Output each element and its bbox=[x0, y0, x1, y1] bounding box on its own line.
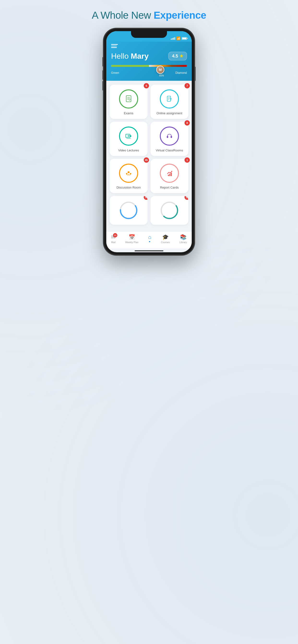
app-header: Hello Mary 4.5 ★ M 65% Green bbox=[106, 42, 192, 81]
card-report-cards[interactable]: 1 Report Cards bbox=[151, 159, 188, 193]
discussion-icon bbox=[124, 168, 133, 178]
label-online-assignment: Online assignment bbox=[157, 112, 182, 115]
icon-discussion-room bbox=[119, 164, 138, 183]
progress-track bbox=[111, 65, 187, 67]
svg-point-17 bbox=[128, 171, 129, 173]
greeting-text: Hello Mary bbox=[111, 52, 149, 60]
nav-label-courses: Courses bbox=[161, 241, 170, 244]
nav-label-mail: Mail bbox=[111, 241, 115, 244]
calendar-icon: 📅 bbox=[129, 234, 135, 240]
card-discussion-room[interactable]: 45 Discussion Room bbox=[110, 159, 147, 193]
video-icon bbox=[124, 131, 133, 141]
home-icon: ⌂ bbox=[148, 234, 151, 240]
badge-report-cards: 1 bbox=[185, 158, 190, 163]
icon-online-assignment bbox=[160, 89, 179, 108]
svg-rect-22 bbox=[168, 175, 169, 176]
phone-screen: 📶 Hello Mary 4.5 ★ bbox=[106, 31, 192, 252]
nav-mail[interactable]: ✉ 11 Mail bbox=[111, 234, 115, 244]
svg-marker-11 bbox=[130, 135, 131, 137]
svg-rect-0 bbox=[126, 96, 131, 102]
card-grid-row1: 6 Exams 7 bbox=[110, 84, 188, 119]
badge-exams: 6 bbox=[144, 83, 149, 88]
svg-point-18 bbox=[126, 173, 127, 174]
progress-label-right: Diamond bbox=[175, 71, 187, 74]
home-indicator bbox=[135, 250, 163, 251]
exam-icon bbox=[124, 94, 133, 104]
report-icon bbox=[165, 168, 174, 178]
card-grid-row3: 45 Discussion Room bbox=[110, 159, 188, 193]
card-online-assignment[interactable]: 7 Online assignment bbox=[151, 84, 188, 119]
nav-library[interactable]: 📚 Library bbox=[180, 234, 187, 244]
icon-virtual-classrooms bbox=[160, 126, 179, 146]
icon-video-lectures bbox=[119, 126, 138, 146]
label-report-cards: Report Cards bbox=[160, 186, 179, 189]
home-active-dot bbox=[149, 241, 150, 242]
svg-rect-16 bbox=[171, 136, 172, 138]
badge-partial-2: 13 bbox=[185, 196, 188, 200]
progress-container: M 65% Green Diamond bbox=[111, 65, 187, 74]
nav-courses[interactable]: 🎓 Courses bbox=[161, 234, 170, 244]
card-exams[interactable]: 6 Exams bbox=[110, 84, 147, 119]
phone-frame: 📶 Hello Mary 4.5 ★ bbox=[103, 28, 195, 255]
rating-badge: 4.5 ★ bbox=[169, 52, 187, 60]
svg-rect-4 bbox=[167, 96, 171, 101]
badge-partial-1: 31 bbox=[144, 196, 147, 200]
avatar: M bbox=[156, 66, 164, 74]
status-icons: 📶 bbox=[171, 36, 187, 40]
svg-point-14 bbox=[128, 136, 129, 136]
progress-thumb: M 65% bbox=[156, 66, 164, 74]
svg-point-25 bbox=[171, 171, 172, 172]
badge-discussion-room: 45 bbox=[144, 158, 149, 163]
signal-bars-icon bbox=[171, 37, 175, 40]
greeting-row: Hello Mary 4.5 ★ bbox=[111, 52, 187, 60]
progress-label-left: Green bbox=[111, 71, 119, 74]
partial-icon-1 bbox=[119, 201, 138, 220]
card-video-lectures[interactable]: Video Lectures bbox=[110, 122, 147, 156]
svg-rect-24 bbox=[171, 173, 172, 176]
bottom-nav: ✉ 11 Mail 📅 Weekly Plan ⌂ 🎓 Courses 📚 Li… bbox=[106, 232, 192, 248]
nav-home[interactable]: ⌂ bbox=[148, 234, 151, 244]
page-title: A Whole New Experience bbox=[92, 10, 206, 21]
label-exams: Exams bbox=[124, 112, 133, 115]
menu-button[interactable] bbox=[111, 44, 187, 48]
partial-icon-2 bbox=[160, 201, 179, 220]
library-icon: 📚 bbox=[180, 234, 186, 240]
card-virtual-classrooms[interactable]: 8 Virtual ClassRooms bbox=[151, 122, 188, 156]
progress-percent: 65% bbox=[159, 74, 164, 77]
notch bbox=[131, 31, 167, 38]
star-icon: ★ bbox=[180, 54, 183, 59]
card-partial-1[interactable]: 31 bbox=[110, 196, 147, 225]
svg-point-19 bbox=[130, 173, 131, 174]
badge-online-assignment: 7 bbox=[185, 83, 190, 88]
icon-report-cards bbox=[160, 164, 179, 183]
main-content: 6 Exams 7 bbox=[106, 81, 192, 232]
headphone-icon bbox=[165, 131, 174, 141]
svg-rect-15 bbox=[167, 136, 168, 138]
nav-label-library: Library bbox=[180, 241, 187, 244]
svg-line-20 bbox=[127, 174, 127, 175]
svg-line-21 bbox=[130, 174, 130, 175]
progress-labels: Green Diamond bbox=[111, 71, 187, 74]
card-partial-2[interactable]: 13 bbox=[151, 196, 188, 225]
courses-icon: 🎓 bbox=[162, 234, 169, 240]
icon-exams bbox=[119, 89, 138, 108]
nav-label-weekly-plan: Weekly Plan bbox=[125, 241, 138, 244]
nav-badge-mail: 11 bbox=[113, 233, 117, 238]
card-grid-row2: Video Lectures 8 Virtual ClassRooms bbox=[110, 122, 188, 156]
progress-fill bbox=[111, 65, 187, 67]
label-video-lectures: Video Lectures bbox=[118, 148, 139, 152]
wifi-icon: 📶 bbox=[176, 36, 181, 40]
badge-virtual-classrooms: 8 bbox=[185, 120, 190, 126]
card-grid-row4: 31 13 bbox=[110, 196, 188, 225]
label-virtual-classrooms: Virtual ClassRooms bbox=[156, 148, 183, 152]
label-discussion-room: Discussion Room bbox=[116, 186, 140, 189]
svg-rect-23 bbox=[169, 174, 170, 176]
nav-weekly-plan[interactable]: 📅 Weekly Plan bbox=[125, 234, 138, 244]
assignment-icon bbox=[165, 94, 174, 104]
battery-icon bbox=[182, 37, 187, 40]
